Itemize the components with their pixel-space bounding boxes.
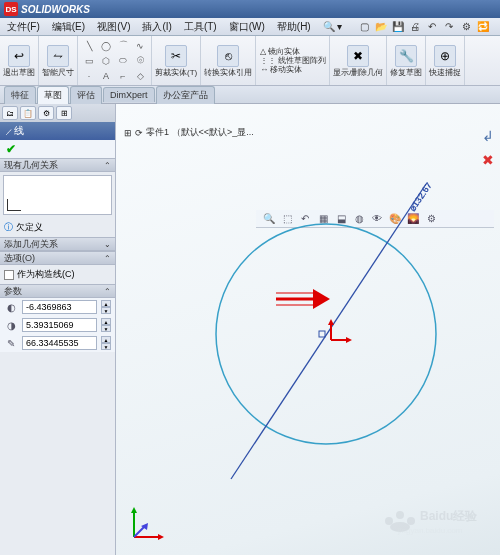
svg-point-16 — [385, 517, 393, 525]
menu-tools[interactable]: 工具(T) — [181, 19, 220, 35]
param-angle-input[interactable]: 66.33445535 — [22, 336, 97, 350]
fillet-tool-icon[interactable]: ⌐ — [115, 69, 131, 83]
constraints-header[interactable]: 现有几何关系⌃ — [0, 158, 115, 172]
svg-point-18 — [407, 517, 415, 525]
param-x-input[interactable]: -6.4369863 — [22, 300, 97, 314]
menu-window[interactable]: 窗口(W) — [226, 19, 268, 35]
tab-sketch[interactable]: 草图 — [37, 86, 69, 104]
feature-manager-tab-icon[interactable]: 🗂 — [2, 106, 18, 120]
qat-print-icon[interactable]: 🖨 — [408, 20, 422, 34]
repair-sketch-button[interactable]: 🔧 修复草图 — [390, 45, 422, 77]
menu-file[interactable]: 文件(F) — [4, 19, 43, 35]
menu-help[interactable]: 帮助(H) — [274, 19, 314, 35]
qat-new-icon[interactable]: ▢ — [357, 20, 371, 34]
qat-rebuild-icon[interactable]: 🔁 — [476, 20, 490, 34]
options-header[interactable]: 选项(O)⌃ — [0, 251, 115, 265]
underdefined-info: ⓘ 欠定义 — [0, 218, 115, 237]
construction-checkbox[interactable] — [4, 270, 14, 280]
orientation-triad[interactable] — [126, 505, 166, 545]
spinner-up[interactable]: ▲ — [101, 318, 111, 325]
menu-insert[interactable]: 插入(I) — [139, 19, 174, 35]
linear-pattern-button[interactable]: ⋮⋮线性草图阵列 — [260, 56, 326, 65]
smart-dimension-button[interactable]: ⥊ 智能尺寸 — [42, 45, 74, 77]
property-manager-tab-icon[interactable]: 📋 — [20, 106, 36, 120]
exit-sketch-button[interactable]: ↩ 退出草图 — [3, 45, 35, 77]
manager-tabs: 🗂 📋 ⚙ ⊞ — [0, 104, 115, 122]
polygon-tool-icon[interactable]: ⬡ — [98, 54, 114, 68]
spinner-down[interactable]: ▼ — [101, 343, 111, 350]
trim-entities-button[interactable]: ✂ 剪裁实体(T) — [155, 45, 197, 77]
annotation-arrow — [276, 289, 330, 309]
convert-entities-button[interactable]: ⎋ 转换实体引用 — [204, 45, 252, 77]
svg-marker-11 — [131, 507, 137, 513]
chevron-down-icon: ⌄ — [104, 240, 111, 249]
tab-office[interactable]: 办公室产品 — [156, 86, 215, 104]
qat-redo-icon[interactable]: ↷ — [442, 20, 456, 34]
spinner-up[interactable]: ▲ — [101, 336, 111, 343]
sketch-tools-grid: ╲ ◯ ⌒ ∿ ▭ ⬡ ⬭ ⦾ · A ⌐ ◇ — [81, 39, 148, 83]
qat-save-icon[interactable]: 💾 — [391, 20, 405, 34]
title-bar: DS SOLIDWORKS — [0, 0, 500, 18]
ribbon: ↩ 退出草图 ⥊ 智能尺寸 ╲ ◯ ⌒ ∿ ▭ ⬡ ⬭ ⦾ · A ⌐ ◇ ✂ … — [0, 36, 500, 86]
svg-marker-4 — [328, 319, 334, 325]
ellipse-tool-icon[interactable]: ⬭ — [115, 54, 131, 68]
tab-dimxpert[interactable]: DimXpert — [103, 87, 155, 102]
line-tool-icon[interactable]: ╲ — [81, 39, 97, 53]
menu-view[interactable]: 视图(V) — [94, 19, 133, 35]
svg-point-17 — [396, 511, 404, 519]
construction-checkbox-row[interactable]: 作为构造线(C) — [0, 265, 115, 284]
chevron-up-icon: ⌃ — [104, 254, 111, 263]
sketch-line[interactable] — [231, 184, 426, 479]
tab-evaluate[interactable]: 评估 — [70, 86, 102, 104]
ok-row: ✔ — [0, 140, 115, 158]
param-y-input[interactable]: 5.39315069 — [22, 318, 97, 332]
tab-features[interactable]: 特征 — [4, 86, 36, 104]
sketch-circle[interactable] — [216, 224, 436, 444]
qat-settings-icon[interactable]: ⚙ — [459, 20, 473, 34]
constraints-list[interactable] — [3, 175, 112, 215]
menu-edit[interactable]: 编辑(E) — [49, 19, 88, 35]
graphics-area[interactable]: 🔍 ⬚ ↶ ▦ ⬓ ◍ 👁 🎨 🌄 ⚙ ⊞ ⟳ 零件1 （默认<<默认>_显..… — [116, 104, 500, 555]
menu-search-icon[interactable]: 🔍 ▾ — [320, 20, 346, 33]
text-tool-icon[interactable]: A — [98, 69, 114, 83]
config-manager-tab-icon[interactable]: ⚙ — [38, 106, 54, 120]
trim-icon: ✂ — [165, 45, 187, 67]
arc-tool-icon[interactable]: ⌒ — [115, 39, 131, 53]
svg-marker-8 — [313, 289, 330, 309]
param-x-icon: ◐ — [4, 300, 18, 314]
quick-snap-button[interactable]: ⊕ 快速捕捉 — [429, 45, 461, 77]
delete-relations-icon: ✖ — [347, 45, 369, 67]
menu-bar: 文件(F) 编辑(E) 视图(V) 插入(I) 工具(T) 窗口(W) 帮助(H… — [0, 18, 500, 36]
display-delete-button[interactable]: ✖ 显示/删除几何 — [333, 45, 383, 77]
slot-tool-icon[interactable]: ⦾ — [132, 54, 148, 68]
param-y-icon: ◑ — [4, 318, 18, 332]
command-manager-tabs: 特征 草图 评估 DimXpert 办公室产品 — [0, 86, 500, 104]
ok-check-icon[interactable]: ✔ — [6, 142, 16, 156]
plane-tool-icon[interactable]: ◇ — [132, 69, 148, 83]
qat-undo-icon[interactable]: ↶ — [425, 20, 439, 34]
app-logo-icon: DS — [4, 2, 18, 16]
point-tool-icon[interactable]: · — [81, 69, 97, 83]
property-title: ⟋ 线 — [0, 122, 115, 140]
spline-tool-icon[interactable]: ∿ — [132, 39, 148, 53]
spinner-down[interactable]: ▼ — [101, 307, 111, 314]
mirror-entities-button[interactable]: △镜向实体 — [260, 47, 300, 56]
app-name: SOLIDWORKS — [21, 4, 90, 15]
svg-text:⌀132.67: ⌀132.67 — [407, 181, 433, 214]
spinner-down[interactable]: ▼ — [101, 325, 111, 332]
parameters-header[interactable]: 参数⌃ — [0, 284, 115, 298]
circle-tool-icon[interactable]: ◯ — [98, 39, 114, 53]
svg-line-14 — [134, 527, 144, 537]
qat-open-icon[interactable]: 📂 — [374, 20, 388, 34]
dimxpert-manager-tab-icon[interactable]: ⊞ — [56, 106, 72, 120]
svg-text:Baidu经验: Baidu经验 — [420, 509, 478, 523]
add-constraints-header[interactable]: 添加几何关系⌄ — [0, 237, 115, 251]
move-entities-button[interactable]: ↔移动实体 — [260, 65, 302, 74]
svg-marker-13 — [158, 534, 164, 540]
dimension-label[interactable]: ⌀132.67 — [407, 181, 433, 214]
rectangle-tool-icon[interactable]: ▭ — [81, 54, 97, 68]
perpendicular-icon — [7, 199, 21, 211]
mirror-icon: △ — [260, 47, 266, 56]
spinner-up[interactable]: ▲ — [101, 300, 111, 307]
repair-icon: 🔧 — [395, 45, 417, 67]
